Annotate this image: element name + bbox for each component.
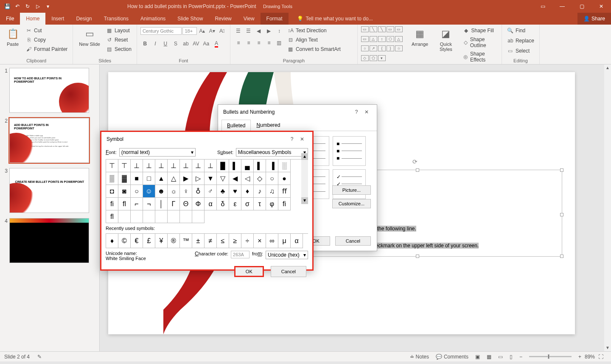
symbol-cell[interactable]: ⊥ bbox=[180, 160, 192, 172]
shape-outline-button[interactable]: ◇Shape Outline bbox=[461, 36, 498, 49]
symbol-cell[interactable]: │ bbox=[155, 198, 168, 210]
align-left-button[interactable]: ≡ bbox=[234, 38, 243, 48]
font-color-button[interactable]: A bbox=[212, 39, 221, 48]
scroll-up-icon[interactable]: ▴ bbox=[301, 153, 308, 160]
redo-icon[interactable]: ↻ bbox=[24, 3, 31, 9]
close-icon[interactable]: ✕ bbox=[362, 109, 372, 115]
symbol-cell[interactable]: ⊥ bbox=[143, 160, 155, 172]
cut-button[interactable]: ✂Cut bbox=[24, 26, 69, 35]
tab-design[interactable]: Design bbox=[70, 13, 98, 25]
symbol-cell[interactable]: ♦ bbox=[241, 185, 254, 198]
numbering-button[interactable]: ☰ bbox=[244, 26, 253, 36]
vertical-scrollbar[interactable]: ▲ ▼ bbox=[604, 64, 611, 351]
scroll-down-icon[interactable]: ▼ bbox=[604, 344, 611, 351]
resize-handle[interactable] bbox=[416, 168, 419, 172]
customize-button[interactable]: Customize... bbox=[332, 199, 371, 208]
recent-symbol-cell[interactable]: € bbox=[131, 234, 143, 248]
bullets-button[interactable]: ☰ bbox=[234, 26, 243, 36]
symbol-cell[interactable]: ⊥ bbox=[192, 160, 205, 172]
shape-fill-button[interactable]: ◆Shape Fill bbox=[461, 26, 498, 35]
symbol-cell[interactable]: ⊤ bbox=[106, 160, 118, 172]
symbol-cell[interactable]: Γ bbox=[168, 198, 180, 210]
char-code-input[interactable] bbox=[231, 251, 249, 258]
recent-symbol-cell[interactable]: ® bbox=[168, 234, 180, 248]
tab-home[interactable]: Home bbox=[20, 13, 45, 25]
resize-handle[interactable] bbox=[560, 255, 563, 258]
thumbnail-3[interactable]: CREATE NEW BULLET POINTS IN POWERPOINT bbox=[9, 168, 89, 213]
symbol-cell[interactable]: φ bbox=[266, 198, 278, 210]
thumbnail-4[interactable] bbox=[9, 218, 89, 263]
symbol-cell[interactable]: ▒ bbox=[106, 172, 118, 185]
underline-button[interactable]: U bbox=[161, 39, 170, 48]
symbol-cell[interactable]: ▓ bbox=[118, 172, 131, 185]
tell-me-search[interactable]: 💡Tell me what you want to do... bbox=[289, 13, 373, 25]
align-right-button[interactable]: ≡ bbox=[254, 38, 263, 48]
save-icon[interactable]: 💾 bbox=[3, 3, 11, 9]
subset-select[interactable]: Miscellaneous Symbols▾ bbox=[236, 148, 308, 157]
symbol-cell[interactable]: ▶ bbox=[180, 172, 192, 185]
symbol-cell[interactable]: ﬂ bbox=[106, 210, 118, 223]
symbol-cell[interactable]: ¬ bbox=[143, 198, 155, 210]
resize-handle[interactable] bbox=[560, 213, 563, 216]
section-button[interactable]: ▤Section bbox=[104, 45, 133, 53]
convert-smartart-button[interactable]: ▦Convert to SmartArt bbox=[286, 45, 342, 53]
recent-symbol-cell[interactable]: × bbox=[254, 234, 266, 248]
layout-button[interactable]: ▦Layout bbox=[104, 26, 133, 35]
select-button[interactable]: ▭Select bbox=[505, 47, 536, 55]
zoom-slider[interactable] bbox=[529, 356, 572, 357]
minimize-icon[interactable]: — bbox=[552, 0, 572, 13]
symbol-cell[interactable]: ☼ bbox=[168, 185, 180, 198]
ribbon-display-icon[interactable]: ▭ bbox=[533, 0, 552, 13]
columns-button[interactable]: ▥ bbox=[275, 38, 284, 48]
decrease-indent-button[interactable]: ◀ bbox=[254, 26, 263, 36]
align-center-button[interactable]: ≡ bbox=[244, 38, 253, 48]
text-direction-button[interactable]: ↕AText Direction bbox=[286, 26, 342, 35]
recent-symbol-cell[interactable]: ≤ bbox=[217, 234, 229, 248]
symbol-cell[interactable]: ◁ bbox=[241, 172, 254, 185]
symbol-cell[interactable]: ▐ bbox=[266, 160, 278, 172]
rotation-handle-icon[interactable]: ⟳ bbox=[412, 158, 419, 165]
arrange-button[interactable]: ▦Arrange bbox=[409, 26, 431, 64]
symbol-cell[interactable]: ● bbox=[278, 172, 291, 185]
maximize-icon[interactable]: ▢ bbox=[572, 0, 591, 13]
symbol-cell[interactable]: █ bbox=[217, 160, 229, 172]
symbol-cell[interactable] bbox=[168, 210, 180, 223]
tab-bulleted[interactable]: Bulleted bbox=[221, 120, 251, 131]
increase-font-icon[interactable]: A▴ bbox=[198, 26, 207, 36]
recent-symbol-cell[interactable]: £ bbox=[143, 234, 155, 248]
justify-button[interactable]: ≡ bbox=[264, 38, 274, 48]
new-slide-button[interactable]: ▭New Slide bbox=[76, 26, 103, 57]
symbol-cancel-button[interactable]: Cancel bbox=[271, 266, 306, 277]
replace-button[interactable]: abReplace bbox=[505, 36, 536, 45]
decrease-font-icon[interactable]: A▾ bbox=[207, 26, 216, 36]
scroll-down-icon[interactable]: ▾ bbox=[301, 197, 308, 204]
copy-button[interactable]: ⎘Copy bbox=[24, 36, 69, 44]
symbol-cell[interactable]: △ bbox=[168, 172, 180, 185]
recent-symbol-cell[interactable]: α bbox=[291, 234, 303, 248]
symbol-cell[interactable]: ⌐ bbox=[131, 198, 143, 210]
tab-animations[interactable]: Animations bbox=[135, 13, 171, 25]
close-icon[interactable]: ✕ bbox=[591, 0, 611, 13]
normal-view-icon[interactable]: ▣ bbox=[472, 354, 483, 360]
zoom-in-button[interactable]: + bbox=[575, 354, 585, 360]
reading-view-icon[interactable]: ▭ bbox=[495, 354, 506, 360]
slide-sorter-icon[interactable]: ▦ bbox=[483, 354, 495, 360]
symbol-cell[interactable]: ○ bbox=[131, 185, 143, 198]
symbol-cell[interactable]: ■ bbox=[131, 172, 143, 185]
zoom-out-button[interactable]: − bbox=[516, 354, 526, 360]
zoom-level[interactable]: 89% bbox=[585, 354, 595, 360]
bullet-square[interactable]: ■■■ bbox=[333, 136, 366, 166]
tab-insert[interactable]: Insert bbox=[45, 13, 70, 25]
help-icon[interactable]: ? bbox=[351, 109, 362, 115]
symbol-cell[interactable]: ♣ bbox=[217, 185, 229, 198]
start-from-beginning-icon[interactable]: ▷ bbox=[34, 3, 42, 9]
shadow-button[interactable]: ab bbox=[181, 39, 191, 48]
symbol-cell[interactable] bbox=[118, 210, 131, 223]
line-spacing-button[interactable]: ↕ bbox=[275, 26, 284, 36]
symbol-cell[interactable]: ○ bbox=[266, 172, 278, 185]
tab-format[interactable]: Format bbox=[261, 13, 289, 25]
picture-button[interactable]: Picture... bbox=[332, 185, 371, 195]
align-text-button[interactable]: ⊟Align Text bbox=[286, 36, 342, 44]
reset-button[interactable]: ↺Reset bbox=[104, 36, 133, 44]
font-select[interactable]: (normal text)▾ bbox=[119, 148, 196, 157]
